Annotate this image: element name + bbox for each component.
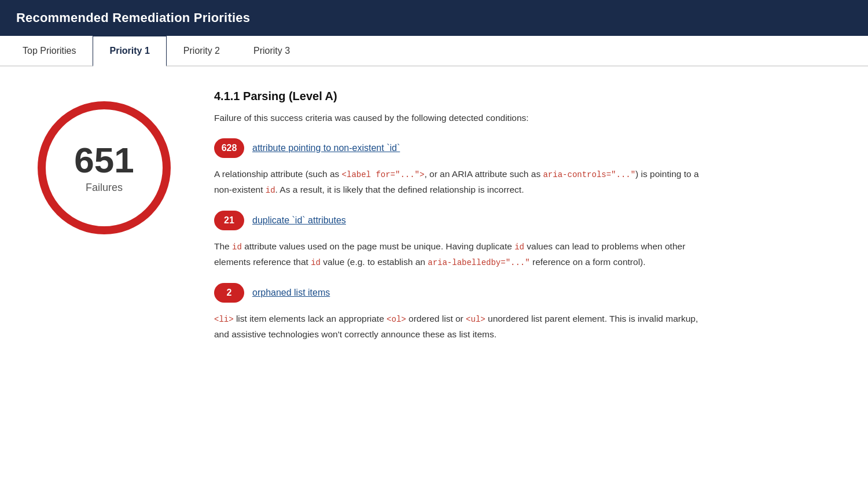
main-content: 651 Failures 4.1.1 Parsing (Level A) Fai… (0, 67, 868, 378)
tab-priority-1[interactable]: Priority 1 (93, 36, 166, 67)
section-title: 4.1.1 Parsing (Level A) (214, 90, 712, 103)
tab-priority-2[interactable]: Priority 2 (167, 36, 237, 67)
code-label-for: <label for="..."> (342, 170, 425, 179)
issue-badge-1: 628 (214, 138, 244, 158)
issue-row-3: 2 orphaned list items (214, 283, 712, 303)
code-id-3: id (514, 242, 524, 252)
issue-description-3: <li> list item elements lack an appropri… (214, 311, 712, 343)
issue-description-1: A relationship attribute (such as <label… (214, 166, 712, 198)
issue-link-1[interactable]: attribute pointing to non-existent `id` (252, 143, 400, 153)
issue-row-2: 21 duplicate `id` attributes (214, 211, 712, 230)
failures-label: Failures (86, 182, 123, 194)
section-intro: Failure of this success criteria was cau… (214, 111, 712, 126)
code-aria-controls: aria-controls="..." (543, 170, 635, 179)
page-header: Recommended Remediation Priorities (0, 0, 868, 36)
tab-bar: Top Priorities Priority 1 Priority 2 Pri… (0, 36, 868, 67)
failures-count: 651 (74, 142, 134, 178)
issue-row-1: 628 attribute pointing to non-existent `… (214, 138, 712, 158)
failures-circle: 651 Failures (38, 101, 171, 234)
failures-circle-container: 651 Failures (23, 90, 185, 355)
page-title: Recommended Remediation Priorities (16, 10, 852, 25)
detail-content: 4.1.1 Parsing (Level A) Failure of this … (214, 90, 735, 355)
code-aria-labelledby: aria-labelledby="..." (428, 258, 529, 267)
tab-top-priorities[interactable]: Top Priorities (6, 36, 93, 67)
issue-description-2: The id attribute values used on the page… (214, 238, 712, 270)
issue-link-2[interactable]: duplicate `id` attributes (252, 215, 346, 226)
code-id-4: id (311, 258, 321, 267)
tab-priority-3[interactable]: Priority 3 (237, 36, 307, 67)
issue-badge-2: 21 (214, 211, 244, 230)
issue-link-3[interactable]: orphaned list items (252, 288, 330, 298)
code-ul: <ul> (466, 315, 486, 324)
issue-badge-3: 2 (214, 283, 244, 303)
code-li: <li> (214, 315, 234, 324)
code-ol: <ol> (387, 315, 406, 324)
code-id-1: id (266, 186, 275, 195)
code-id-2: id (232, 242, 242, 252)
